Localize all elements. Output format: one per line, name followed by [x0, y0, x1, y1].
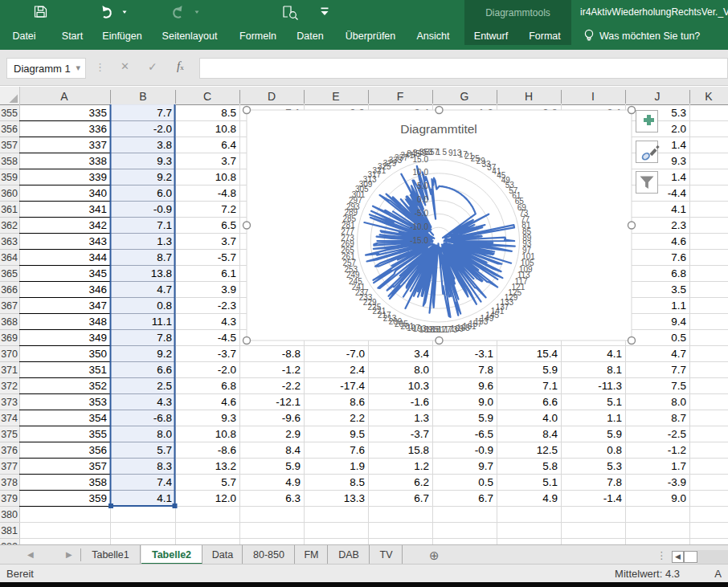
svg-text:2.5: 2.5	[157, 380, 172, 392]
svg-text:-6.8: -6.8	[153, 412, 172, 424]
svg-text:362: 362	[1, 220, 18, 231]
svg-text:345: 345	[88, 267, 107, 279]
svg-text:D: D	[268, 90, 276, 103]
svg-text:-9.6: -9.6	[282, 412, 301, 424]
svg-text:-1.6: -1.6	[411, 396, 429, 408]
svg-text:B: B	[139, 90, 146, 103]
svg-text:13.8: 13.8	[151, 267, 172, 279]
svg-text:G: G	[460, 90, 469, 103]
svg-text:-12.1: -12.1	[276, 396, 301, 408]
svg-text:-3.7: -3.7	[218, 348, 236, 360]
svg-text:6.4: 6.4	[221, 139, 236, 151]
svg-text:343: 343	[88, 235, 107, 247]
svg-text:-3.9: -3.9	[668, 476, 686, 488]
svg-text:1.1: 1.1	[607, 412, 622, 424]
svg-text:9.3: 9.3	[671, 155, 686, 167]
svg-text:12.0: 12.0	[215, 492, 236, 504]
svg-text:8.5: 8.5	[221, 107, 236, 119]
svg-text:4.3: 4.3	[221, 316, 236, 328]
svg-text:6.3: 6.3	[285, 492, 301, 504]
svg-text:3.7: 3.7	[221, 155, 236, 167]
svg-text:350: 350	[88, 348, 107, 360]
svg-text:1.4: 1.4	[671, 139, 686, 151]
svg-text:2.4: 2.4	[350, 364, 365, 376]
svg-text:8.6: 8.6	[350, 396, 365, 408]
svg-text:9.2: 9.2	[157, 348, 172, 360]
svg-text:7.7: 7.7	[157, 107, 172, 119]
svg-text:372: 372	[1, 381, 18, 392]
svg-text:7.4: 7.4	[157, 476, 172, 488]
svg-text:348: 348	[88, 316, 107, 328]
svg-text:3.7: 3.7	[221, 235, 236, 247]
svg-text:4.7: 4.7	[157, 283, 172, 296]
svg-text:-0.9: -0.9	[153, 203, 172, 215]
svg-text:1.4: 1.4	[671, 171, 686, 183]
svg-text:1.7: 1.7	[671, 460, 686, 472]
svg-text:8.4: 8.4	[285, 444, 301, 456]
svg-text:-1.2: -1.2	[668, 444, 686, 456]
svg-text:E: E	[332, 90, 339, 103]
svg-text:1.1: 1.1	[671, 300, 686, 312]
svg-text:11.1: 11.1	[152, 316, 172, 328]
svg-text:15.0: 15.0	[413, 155, 429, 164]
svg-text:4.1: 4.1	[157, 492, 172, 504]
svg-text:346: 346	[88, 283, 107, 296]
svg-text:9.3: 9.3	[221, 412, 236, 424]
svg-text:5.8: 5.8	[542, 460, 558, 472]
svg-text:347: 347	[88, 300, 107, 312]
svg-text:356: 356	[88, 444, 107, 456]
svg-text:4.1: 4.1	[671, 203, 686, 215]
svg-text:-8.6: -8.6	[218, 444, 236, 456]
svg-text:7.7: 7.7	[671, 364, 686, 376]
svg-text:335: 335	[88, 107, 107, 119]
svg-text:361: 361	[1, 204, 18, 215]
svg-text:364: 364	[1, 252, 18, 263]
svg-text:373: 373	[1, 397, 18, 408]
svg-text:8.0: 8.0	[414, 364, 429, 376]
svg-text:-3.7: -3.7	[411, 428, 429, 440]
svg-text:-15.0: -15.0	[410, 236, 428, 245]
svg-text:341: 341	[88, 203, 107, 215]
svg-text:10.3: 10.3	[408, 380, 429, 392]
svg-text:6.0: 6.0	[157, 187, 172, 199]
svg-text:352: 352	[88, 380, 107, 392]
svg-text:6.5: 6.5	[221, 219, 236, 231]
svg-text:-1.2: -1.2	[282, 364, 301, 376]
svg-text:3.4: 3.4	[414, 348, 429, 360]
svg-text:-17.4: -17.4	[340, 380, 365, 392]
svg-text:-4.5: -4.5	[218, 332, 236, 344]
svg-text:H: H	[525, 90, 533, 103]
svg-text:8.3: 8.3	[157, 460, 172, 472]
svg-text:9.4: 9.4	[671, 316, 686, 328]
svg-text:376: 376	[1, 445, 18, 456]
svg-text:339: 339	[88, 171, 107, 183]
svg-text:338: 338	[88, 155, 107, 167]
svg-text:355: 355	[1, 108, 18, 119]
svg-text:0.0: 0.0	[417, 195, 428, 204]
svg-text:-2.3: -2.3	[218, 300, 236, 312]
svg-text:-0.9: -0.9	[475, 444, 493, 456]
svg-text:3.9: 3.9	[221, 283, 236, 296]
svg-text:8.0: 8.0	[157, 428, 172, 440]
svg-text:3.5: 3.5	[671, 283, 686, 296]
svg-text:340: 340	[88, 187, 107, 199]
svg-text:6.2: 6.2	[414, 476, 429, 488]
svg-text:9.6: 9.6	[478, 380, 493, 392]
svg-text:359: 359	[88, 492, 107, 504]
svg-text:5.7: 5.7	[221, 476, 236, 488]
svg-text:-7.0: -7.0	[346, 348, 365, 360]
svg-text:13.3: 13.3	[344, 492, 365, 504]
svg-text:5.9: 5.9	[285, 460, 301, 472]
svg-text:5.1: 5.1	[607, 396, 622, 408]
svg-text:5.9: 5.9	[542, 364, 558, 376]
svg-text:359: 359	[1, 172, 18, 183]
svg-text:A: A	[60, 90, 68, 103]
svg-text:-1.4: -1.4	[603, 492, 623, 504]
svg-text:8.4: 8.4	[542, 428, 558, 440]
svg-text:-2.0: -2.0	[218, 364, 236, 376]
svg-text:379: 379	[1, 493, 18, 504]
svg-text:9.3: 9.3	[157, 155, 172, 167]
svg-text:5.9: 5.9	[478, 412, 493, 424]
svg-text:6.8: 6.8	[221, 380, 236, 392]
svg-text:357: 357	[88, 460, 107, 472]
